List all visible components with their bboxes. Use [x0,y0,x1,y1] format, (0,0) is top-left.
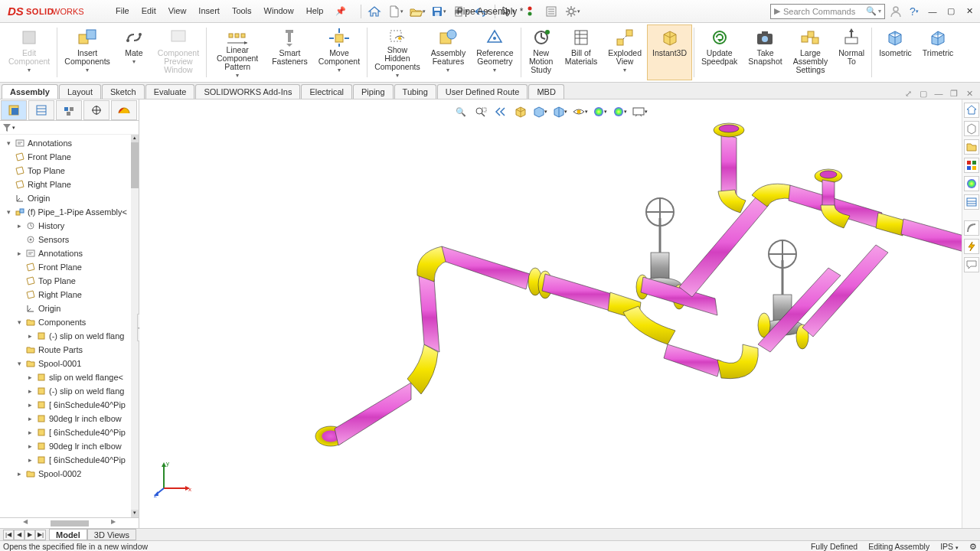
status-settings-icon[interactable]: ⚙ [969,542,977,551]
menu-insert[interactable]: Insert [193,3,225,19]
tree-node[interactable]: ▸[ 6inSchedule40^Pip [0,425,139,439]
cm-tab-layout[interactable]: Layout [59,84,101,99]
tp-routing-icon[interactable] [964,220,979,236]
close-icon[interactable]: ✕ [962,4,977,19]
status-units[interactable]: IPS ▾ [940,542,959,551]
ribbon-reference-geometry[interactable]: ReferenceGeometry▾ [471,24,518,80]
new-icon[interactable]: ▾ [387,3,404,20]
tree-expander[interactable]: ▸ [26,456,34,464]
feature-tree[interactable]: ▾AnnotationsFront PlaneTop PlaneRight Pl… [0,135,139,482]
tree-node[interactable]: Origin [0,191,139,205]
tree-expander[interactable]: ▸ [26,429,34,436]
tree-node[interactable]: ▾Annotations [0,136,139,150]
tree-expander[interactable]: ▸ [15,249,23,257]
ribbon-new-motion-study[interactable]: NewMotionStudy [523,24,560,80]
tree-node[interactable]: Top Plane [0,274,139,288]
tree-expander[interactable]: ▸ [15,470,23,478]
view-triad[interactable]: y x z [155,459,193,497]
tree-expander[interactable]: ▸ [26,415,34,422]
tabstrip-box-icon[interactable]: ▢ [917,89,929,99]
tree-node[interactable]: ▾Spool-0001 [0,357,139,370]
ribbon-bill-of-materials[interactable]: Bill ofMaterials [560,24,603,80]
cm-tab-assembly[interactable]: Assembly [2,84,58,99]
tree-expander[interactable]: ▾ [15,318,23,326]
bottom-tab-3dviews[interactable]: 3D Views [87,529,136,540]
tree-expander[interactable]: ▸ [26,332,34,340]
tree-expander[interactable]: ▸ [26,401,34,409]
ribbon-isometric[interactable]: Isometric [874,24,917,80]
tree-node[interactable]: Right Plane [0,288,139,302]
tree-expander[interactable]: ▾ [15,360,23,367]
ribbon-show-hidden-components[interactable]: ShowHiddenComponents▾ [369,24,426,80]
tree-node[interactable]: ▸History [0,219,139,233]
fm-configuration-icon[interactable] [56,100,82,120]
user-icon[interactable] [888,4,903,19]
ribbon-mate[interactable]: Mate▾ [116,24,152,80]
cm-tab-electrical[interactable]: Electrical [301,84,352,99]
ribbon-insert-components[interactable]: InsertComponents▾ [59,24,116,80]
tp-file-explorer-icon[interactable] [964,139,979,155]
tp-appearances-icon[interactable] [964,176,979,191]
tree-node[interactable]: ▸(-) slip on weld flang [0,329,139,343]
options-list-icon[interactable] [543,3,560,20]
help-icon[interactable]: ? ▾ [906,4,922,19]
rebuild-icon[interactable] [521,3,538,20]
fm-display-icon[interactable] [111,100,137,120]
cm-tab-tubing[interactable]: Tubing [394,84,436,99]
tab-nav-last[interactable]: ▶| [35,530,46,540]
tree-expander[interactable]: ▾ [5,139,12,147]
tree-node[interactable]: ▸Annotations [0,246,139,260]
ribbon-smart-fasteners[interactable]: SmartFasteners [266,24,313,80]
tree-node[interactable]: ▸[ 6inSchedule40^Pip [0,398,139,412]
menu-pin-icon[interactable]: 📌 [330,3,351,19]
tp-custom-props-icon[interactable] [964,194,979,210]
open-icon[interactable]: ▾ [409,3,426,20]
feature-filter[interactable]: ▾ [0,121,139,135]
ribbon-assembly-features[interactable]: AssemblyFeatures▾ [426,24,472,80]
tree-node[interactable]: ▸90deg lr inch elbow [0,439,139,453]
tp-electrical-icon[interactable] [964,239,979,254]
tabstrip-expand-icon[interactable]: ⤢ [902,89,914,99]
cm-tab-user-defined-route[interactable]: User Defined Route [437,84,528,99]
tree-expander[interactable]: ▾ [5,208,12,216]
tree-expander[interactable]: ▸ [26,387,34,395]
tree-node[interactable]: Sensors [0,233,139,246]
settings-icon[interactable]: ▾ [564,3,581,20]
ribbon-normal-to[interactable]: NormalTo [833,24,870,80]
ribbon-linear-component-pattern[interactable]: Linear ComponentPattern▾ [208,24,266,80]
ribbon-move-component[interactable]: MoveComponent▾ [313,24,365,80]
tp-view-palette-icon[interactable] [964,158,979,173]
menu-view[interactable]: View [163,3,192,19]
cm-tab-sketch[interactable]: Sketch [102,84,145,99]
ribbon-large-assembly-settings[interactable]: LargeAssemblySettings [788,24,834,80]
tabstrip-close-icon[interactable]: ✕ [963,89,975,99]
tree-node[interactable]: ▸(-) slip on weld flang [0,384,139,398]
tab-nav-prev[interactable]: ◀ [14,530,24,540]
tabstrip-restore-icon[interactable]: ❐ [948,89,960,99]
tree-node[interactable]: Route Parts [0,343,139,357]
tree-node[interactable]: Front Plane [0,150,139,164]
tab-nav-next[interactable]: ▶ [24,530,35,540]
fm-design-tree-icon[interactable] [1,100,27,120]
tree-node[interactable]: ▸slip on weld flange< [0,370,139,384]
ribbon-instant3d[interactable]: Instant3D [647,24,692,80]
ribbon-update-speedpak[interactable]: UpdateSpeedpak [696,24,743,80]
tp-resources-icon[interactable] [964,103,979,118]
tree-node[interactable]: ▸[ 6inSchedule40^Pip [0,453,139,467]
tab-nav-first[interactable]: |◀ [3,530,14,540]
tree-node[interactable]: ▸Spool-0002 [0,467,139,481]
cm-tab-evaluate[interactable]: Evaluate [145,84,195,99]
tree-node[interactable]: ▸90deg lr inch elbow [0,412,139,425]
menu-file[interactable]: File [110,3,135,19]
menu-window[interactable]: Window [259,3,299,19]
tp-design-library-icon[interactable] [964,121,979,136]
menu-edit[interactable]: Edit [136,3,162,19]
tree-expander[interactable]: ▸ [15,222,23,230]
graphics-viewport[interactable]: 🔍 ▾ ▾ ▾ ▾ ▾ ▾ [139,99,962,528]
ribbon-exploded-view[interactable]: ExplodedView▾ [603,24,647,80]
ribbon-trimetric[interactable]: Trimetric [917,24,959,80]
cm-tab-mbd[interactable]: MBD [528,84,564,99]
tree-node[interactable]: Origin [0,302,139,315]
save-icon[interactable]: ▾ [430,3,447,20]
menu-tools[interactable]: Tools [227,3,257,19]
